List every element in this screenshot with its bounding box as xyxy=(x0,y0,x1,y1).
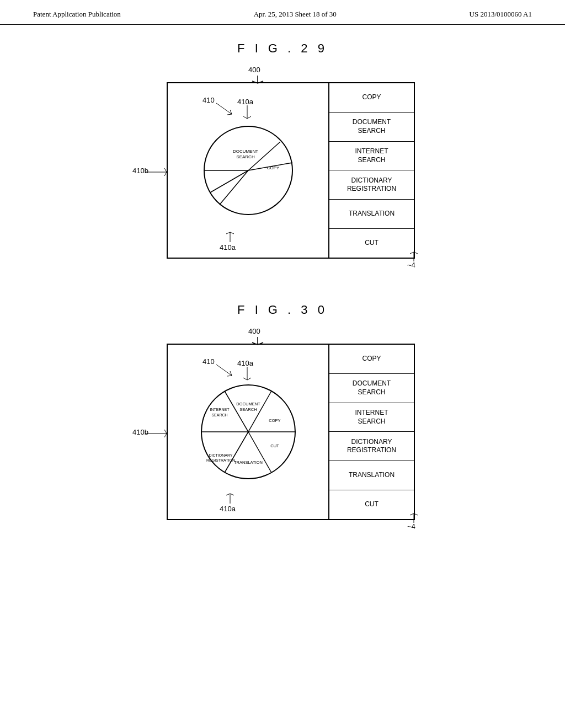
fig30-label-4: ~4 xyxy=(407,522,415,531)
fig29-menu-dict-reg: DICTIONARYREGISTRATION xyxy=(329,170,414,200)
fig30-menu-internet-search: INTERNETSEARCH xyxy=(329,403,414,432)
svg-text:COPY: COPY xyxy=(269,418,280,423)
fig30-menu-dict-reg: DICTIONARYREGISTRATION xyxy=(329,432,414,461)
fig29-menu: COPY DOCUMENTSEARCH INTERNETSEARCH DICTI… xyxy=(328,83,414,258)
fig29-menu-translation: TRANSLATION xyxy=(329,200,414,229)
svg-text:SEARCH: SEARCH xyxy=(239,407,257,412)
svg-text:CUT: CUT xyxy=(270,443,279,448)
fig30-diagram: DOCUMENT SEARCH COPY CUT TRANSLATION DIC… xyxy=(167,344,415,520)
header-center: Apr. 25, 2013 Sheet 18 of 30 xyxy=(254,10,337,19)
fig30-pie-area: DOCUMENT SEARCH COPY CUT TRANSLATION DIC… xyxy=(168,345,328,519)
page-content: F I G . 2 9 400 xyxy=(0,25,565,581)
fig30-menu: COPY DOCUMENTSEARCH INTERNETSEARCH DICTI… xyxy=(328,345,414,519)
fig29-menu-doc-search: DOCUMENTSEARCH xyxy=(329,113,414,142)
fig29-menu-cut: CUT xyxy=(329,229,414,258)
svg-text:DOCUMENT: DOCUMENT xyxy=(236,402,260,406)
fig29-diagram: DOCUMENT SEARCH COPY COPY DOCUMENTSEARCH… xyxy=(167,82,415,259)
fig30-label-400: 400 xyxy=(248,327,260,335)
header-left: Patent Application Publication xyxy=(33,10,121,19)
svg-text:REGISTRATION: REGISTRATION xyxy=(206,458,235,462)
fig29-menu-copy: COPY xyxy=(329,83,414,113)
fig30-menu-cut: CUT xyxy=(329,490,414,519)
fig30-menu-translation: TRANSLATION xyxy=(329,461,414,490)
svg-text:TRANSLATION: TRANSLATION xyxy=(234,460,263,465)
fig29-title: F I G . 2 9 xyxy=(44,41,521,56)
fig30-menu-doc-search: DOCUMENTSEARCH xyxy=(329,374,414,403)
svg-text:DOCUMENT: DOCUMENT xyxy=(232,149,258,154)
fig29-label-410b: 410b xyxy=(132,167,148,175)
fig29-label-4: ~4 xyxy=(407,261,415,269)
figure-29-section: F I G . 2 9 400 xyxy=(44,41,521,275)
svg-text:SEARCH: SEARCH xyxy=(211,413,227,417)
figure-30-section: F I G . 3 0 xyxy=(44,303,521,537)
fig29-pie-svg: DOCUMENT SEARCH COPY xyxy=(199,121,298,220)
page-header: Patent Application Publication Apr. 25, … xyxy=(0,0,565,25)
fig30-pie-svg: DOCUMENT SEARCH COPY CUT TRANSLATION DIC… xyxy=(193,377,303,487)
svg-text:DICTIONARY: DICTIONARY xyxy=(209,453,232,457)
fig30-title: F I G . 3 0 xyxy=(44,303,521,317)
svg-text:INTERNET: INTERNET xyxy=(210,408,230,411)
fig30-label-410b: 410b xyxy=(132,428,148,436)
fig29-pie-area: DOCUMENT SEARCH COPY xyxy=(168,83,328,258)
header-right: US 2013/0100060 A1 xyxy=(470,10,532,19)
fig29-menu-internet-search: INTERNETSEARCH xyxy=(329,142,414,171)
svg-text:SEARCH: SEARCH xyxy=(236,154,255,159)
fig30-menu-copy: COPY xyxy=(329,345,414,374)
svg-text:COPY: COPY xyxy=(266,165,279,170)
